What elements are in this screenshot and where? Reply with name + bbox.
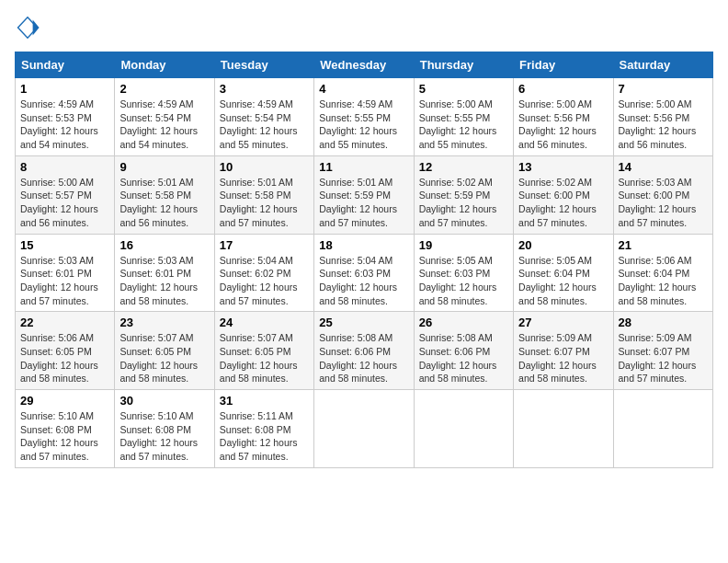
day-number: 18 [319,238,408,252]
cell-info: Sunrise: 5:09 AMSunset: 6:07 PMDaylight:… [518,331,608,385]
calendar-cell [613,390,712,468]
day-number: 2 [119,82,209,96]
cell-info: Sunrise: 5:00 AMSunset: 5:56 PMDaylight:… [619,98,708,152]
logo-icon [15,15,40,40]
calendar-cell: 25Sunrise: 5:08 AMSunset: 6:06 PMDayligh… [314,312,414,390]
cell-info: Sunrise: 4:59 AMSunset: 5:53 PMDaylight:… [20,98,109,152]
day-number: 6 [518,82,608,96]
week-row-2: 8Sunrise: 5:00 AMSunset: 5:57 PMDaylight… [16,155,713,234]
cell-info: Sunrise: 5:08 AMSunset: 6:06 PMDaylight:… [419,331,508,385]
day-number: 31 [220,394,309,408]
day-number: 27 [518,316,608,329]
calendar-cell: 21Sunrise: 5:06 AMSunset: 6:04 PMDayligh… [613,234,712,312]
cell-info: Sunrise: 4:59 AMSunset: 5:55 PMDaylight:… [319,98,408,152]
cell-info: Sunrise: 5:10 AMSunset: 6:08 PMDaylight:… [20,409,109,464]
cell-info: Sunrise: 5:01 AMSunset: 5:58 PMDaylight:… [119,176,209,230]
cell-info: Sunrise: 5:01 AMSunset: 5:59 PMDaylight:… [319,176,408,230]
calendar-body: 1Sunrise: 4:59 AMSunset: 5:53 PMDaylight… [16,78,713,468]
day-number: 10 [220,160,309,174]
cell-info: Sunrise: 5:07 AMSunset: 6:05 PMDaylight:… [220,331,309,385]
cell-info: Sunrise: 5:06 AMSunset: 6:04 PMDaylight:… [619,254,708,308]
day-number: 28 [619,316,708,329]
day-number: 3 [220,82,309,96]
cell-info: Sunrise: 5:02 AMSunset: 5:59 PMDaylight:… [419,176,508,230]
calendar-cell: 7Sunrise: 5:00 AMSunset: 5:56 PMDaylight… [613,78,712,156]
cell-info: Sunrise: 5:09 AMSunset: 6:07 PMDaylight:… [619,331,708,385]
day-number: 25 [319,316,408,329]
day-number: 8 [20,160,109,174]
column-header-sunday: Sunday [16,52,115,78]
calendar-cell: 1Sunrise: 4:59 AMSunset: 5:53 PMDaylight… [16,78,115,156]
calendar-cell: 18Sunrise: 5:04 AMSunset: 6:03 PMDayligh… [314,234,414,312]
calendar-cell: 9Sunrise: 5:01 AMSunset: 5:58 PMDaylight… [115,155,214,234]
calendar-cell: 23Sunrise: 5:07 AMSunset: 6:05 PMDayligh… [115,312,214,390]
day-number: 26 [419,316,508,329]
calendar-cell: 26Sunrise: 5:08 AMSunset: 6:06 PMDayligh… [414,312,513,390]
logo [15,15,44,40]
calendar-cell: 10Sunrise: 5:01 AMSunset: 5:58 PMDayligh… [214,155,313,234]
calendar-cell: 27Sunrise: 5:09 AMSunset: 6:07 PMDayligh… [514,312,613,390]
calendar-cell: 2Sunrise: 4:59 AMSunset: 5:54 PMDaylight… [115,78,214,156]
day-number: 29 [20,394,109,408]
week-row-4: 22Sunrise: 5:06 AMSunset: 6:05 PMDayligh… [16,312,713,390]
cell-info: Sunrise: 5:00 AMSunset: 5:55 PMDaylight:… [419,98,508,152]
week-row-3: 15Sunrise: 5:03 AMSunset: 6:01 PMDayligh… [16,234,713,312]
calendar-cell: 8Sunrise: 5:00 AMSunset: 5:57 PMDaylight… [16,155,115,234]
cell-info: Sunrise: 5:03 AMSunset: 6:01 PMDaylight:… [20,254,109,308]
day-number: 15 [20,238,109,252]
cell-info: Sunrise: 5:11 AMSunset: 6:08 PMDaylight:… [220,409,309,464]
day-number: 17 [220,238,309,252]
calendar-cell: 14Sunrise: 5:03 AMSunset: 6:00 PMDayligh… [613,155,712,234]
page-header [15,15,713,40]
cell-info: Sunrise: 5:06 AMSunset: 6:05 PMDaylight:… [20,331,109,385]
calendar-cell: 30Sunrise: 5:10 AMSunset: 6:08 PMDayligh… [115,390,214,468]
day-number: 5 [419,82,508,96]
column-header-saturday: Saturday [613,52,712,78]
calendar-cell [314,390,414,468]
cell-info: Sunrise: 5:04 AMSunset: 6:02 PMDaylight:… [220,254,309,308]
day-number: 9 [119,160,209,174]
calendar-cell: 17Sunrise: 5:04 AMSunset: 6:02 PMDayligh… [214,234,313,312]
day-number: 30 [119,394,209,408]
column-header-friday: Friday [514,52,613,78]
week-row-5: 29Sunrise: 5:10 AMSunset: 6:08 PMDayligh… [16,390,713,468]
calendar-cell: 3Sunrise: 4:59 AMSunset: 5:54 PMDaylight… [214,78,313,156]
calendar-cell: 24Sunrise: 5:07 AMSunset: 6:05 PMDayligh… [214,312,313,390]
calendar-cell: 16Sunrise: 5:03 AMSunset: 6:01 PMDayligh… [115,234,214,312]
calendar-cell: 29Sunrise: 5:10 AMSunset: 6:08 PMDayligh… [16,390,115,468]
svg-marker-0 [33,20,40,36]
calendar-cell: 28Sunrise: 5:09 AMSunset: 6:07 PMDayligh… [613,312,712,390]
calendar-cell: 15Sunrise: 5:03 AMSunset: 6:01 PMDayligh… [16,234,115,312]
calendar-cell: 11Sunrise: 5:01 AMSunset: 5:59 PMDayligh… [314,155,414,234]
cell-info: Sunrise: 5:05 AMSunset: 6:04 PMDaylight:… [518,254,608,308]
day-number: 22 [20,316,109,329]
cell-info: Sunrise: 5:04 AMSunset: 6:03 PMDaylight:… [319,254,408,308]
day-number: 24 [220,316,309,329]
calendar-cell: 31Sunrise: 5:11 AMSunset: 6:08 PMDayligh… [214,390,313,468]
calendar-cell: 22Sunrise: 5:06 AMSunset: 6:05 PMDayligh… [16,312,115,390]
day-number: 7 [619,82,708,96]
calendar-cell: 5Sunrise: 5:00 AMSunset: 5:55 PMDaylight… [414,78,513,156]
calendar-cell: 12Sunrise: 5:02 AMSunset: 5:59 PMDayligh… [414,155,513,234]
cell-info: Sunrise: 5:03 AMSunset: 6:00 PMDaylight:… [619,176,708,230]
day-number: 19 [419,238,508,252]
day-number: 21 [619,238,708,252]
cell-info: Sunrise: 5:01 AMSunset: 5:58 PMDaylight:… [220,176,309,230]
day-number: 20 [518,238,608,252]
column-header-wednesday: Wednesday [314,52,414,78]
calendar-cell: 13Sunrise: 5:02 AMSunset: 6:00 PMDayligh… [514,155,613,234]
column-header-tuesday: Tuesday [214,52,313,78]
cell-info: Sunrise: 5:00 AMSunset: 5:57 PMDaylight:… [20,176,109,230]
cell-info: Sunrise: 5:10 AMSunset: 6:08 PMDaylight:… [119,409,209,464]
day-number: 13 [518,160,608,174]
calendar-cell: 6Sunrise: 5:00 AMSunset: 5:56 PMDaylight… [514,78,613,156]
day-number: 1 [20,82,109,96]
day-number: 23 [119,316,209,329]
cell-info: Sunrise: 5:00 AMSunset: 5:56 PMDaylight:… [518,98,608,152]
calendar-cell: 4Sunrise: 4:59 AMSunset: 5:55 PMDaylight… [314,78,414,156]
calendar-cell [514,390,613,468]
day-number: 11 [319,160,408,174]
column-header-monday: Monday [115,52,214,78]
calendar-cell: 20Sunrise: 5:05 AMSunset: 6:04 PMDayligh… [514,234,613,312]
cell-info: Sunrise: 5:08 AMSunset: 6:06 PMDaylight:… [319,331,408,385]
